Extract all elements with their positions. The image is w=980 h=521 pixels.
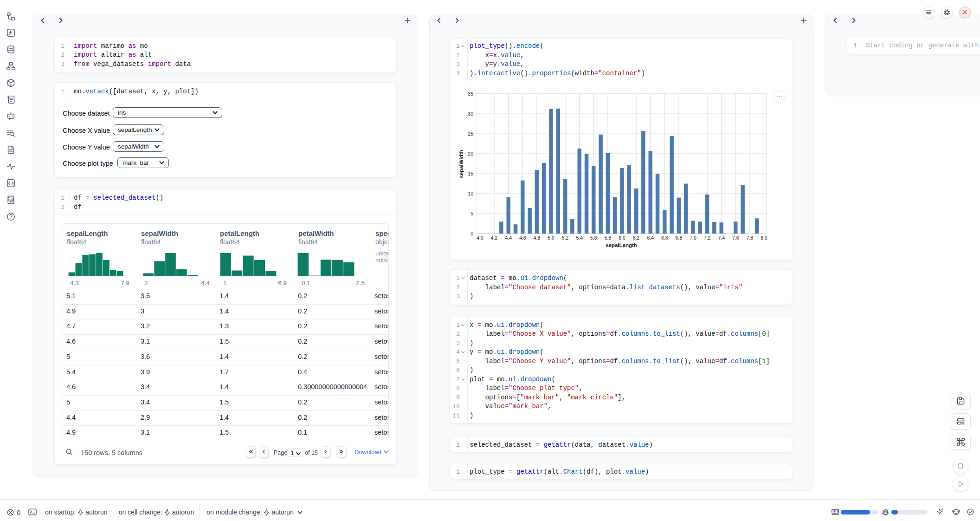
svg-text:25: 25	[468, 131, 473, 137]
svg-text:7.4: 7.4	[718, 235, 725, 241]
svg-text:sepalWidth: sepalWidth	[458, 150, 464, 178]
svg-text:5.2: 5.2	[562, 235, 569, 241]
svg-text:4.2: 4.2	[491, 235, 498, 241]
svg-text:20: 20	[468, 151, 473, 156]
svg-text:6.8: 6.8	[676, 235, 683, 241]
svg-text:7.0: 7.0	[690, 235, 696, 241]
svg-text:5.0: 5.0	[548, 235, 554, 241]
svg-text:4.4: 4.4	[505, 235, 512, 241]
svg-text:4.0: 4.0	[477, 235, 484, 241]
svg-text:5.8: 5.8	[605, 235, 612, 241]
svg-text:0: 0	[471, 231, 473, 236]
svg-text:7.6: 7.6	[732, 235, 739, 241]
svg-text:4.8: 4.8	[534, 235, 541, 241]
svg-text:6.4: 6.4	[647, 235, 654, 241]
svg-text:7.2: 7.2	[704, 235, 711, 241]
svg-text:5.4: 5.4	[576, 235, 583, 241]
svg-text:8.0: 8.0	[761, 235, 767, 241]
svg-text:35: 35	[468, 91, 473, 97]
svg-text:6.2: 6.2	[633, 235, 640, 241]
svg-text:4.6: 4.6	[519, 235, 526, 241]
svg-text:7.8: 7.8	[747, 235, 754, 241]
svg-text:sepalLength: sepalLength	[606, 242, 637, 248]
svg-text:10: 10	[468, 191, 473, 196]
svg-text:6.0: 6.0	[619, 235, 625, 241]
svg-text:6.6: 6.6	[661, 235, 668, 241]
svg-text:5.6: 5.6	[590, 235, 597, 241]
svg-text:30: 30	[468, 111, 473, 117]
svg-text:15: 15	[468, 171, 473, 176]
svg-text:5: 5	[471, 211, 473, 216]
